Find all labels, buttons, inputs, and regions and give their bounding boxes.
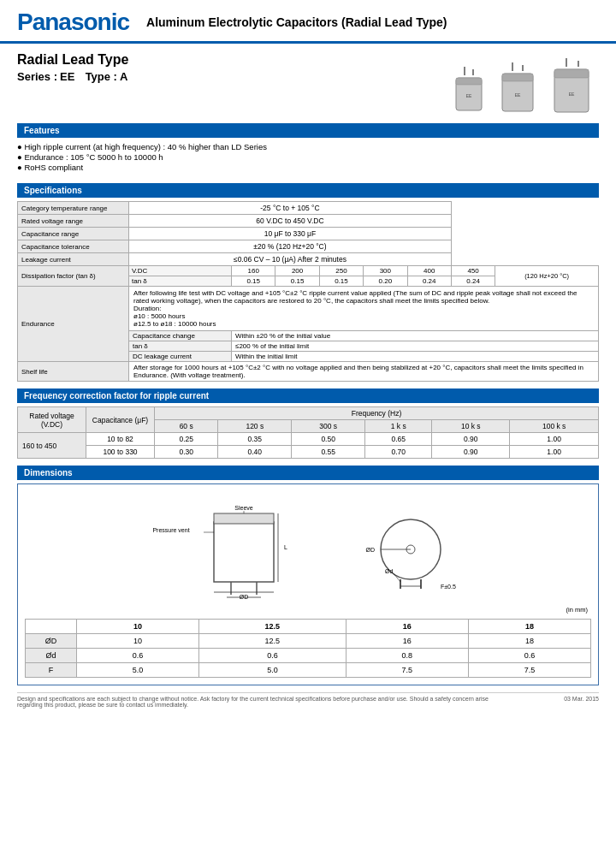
tan-160: 0.15 — [232, 276, 275, 287]
freq-cap-1: 10 to 82 — [86, 433, 155, 446]
capacitor-image-2: EE — [495, 61, 542, 116]
footer: Design and specifications are each subje… — [17, 692, 599, 708]
dim-label-F: F — [26, 663, 77, 678]
spec-value-tol: ±20 % (120 Hz+20 °C) — [129, 240, 452, 253]
dimensions-content: Sleeve Pressure vent ØD L F — [17, 483, 599, 685]
panasonic-logo: Panasonic — [17, 9, 129, 36]
capacitor-images: EE EE EE — [447, 56, 599, 116]
end-dc-value: Within the initial limit — [232, 352, 599, 362]
dim-F-10: 5.0 — [77, 663, 199, 678]
type-value: A — [120, 70, 127, 83]
dissipation-250: 250 — [319, 266, 363, 276]
dissipation-450: 450 — [451, 266, 495, 276]
spec-label-endurance: Endurance — [18, 287, 129, 362]
svg-text:EE: EE — [466, 93, 472, 98]
dim-d-18: 0.6 — [468, 649, 590, 663]
tan-250: 0.15 — [319, 276, 363, 287]
tan-400: 0.24 — [407, 276, 451, 287]
page-title: Aluminum Electrolytic Capacitors (Radial… — [146, 15, 447, 29]
specifications-table: Category temperature range -25 °C to + 1… — [17, 201, 599, 382]
svg-text:EE: EE — [569, 92, 575, 97]
freq-1k: 1 k s — [365, 420, 432, 433]
frequency-table: Rated voltage (V.DC) Capacitance (μF) Fr… — [17, 406, 599, 459]
dim-F-18: 7.5 — [468, 663, 590, 678]
spec-value-temp: -25 °C to + 105 °C — [129, 202, 452, 215]
dim-row-F: F 5.0 5.0 7.5 7.5 — [26, 663, 591, 678]
dissipation-note: (120 Hz+20 °C) — [495, 266, 599, 287]
freq-100k: 100 k s — [510, 420, 599, 433]
dim-col-18: 18 — [468, 620, 590, 634]
freq-val-2-10k: 0.90 — [432, 446, 510, 459]
dim-row-D: ØD 10 12.5 16 18 — [26, 634, 591, 649]
freq-voltage-val: 160 to 450 — [18, 433, 86, 459]
spec-row-tol: Capacitance tolerance ±20 % (120 Hz+20 °… — [18, 240, 599, 253]
end-tan-label: tan δ — [129, 341, 232, 352]
freq-120: 120 s — [218, 420, 292, 433]
dimensions-header: Dimensions — [17, 466, 599, 480]
spec-row-cap: Capacitance range 10 μF to 330 μF — [18, 228, 599, 240]
freq-10k: 10 k s — [432, 420, 510, 433]
freq-val-2-300: 0.55 — [292, 446, 365, 459]
footer-left: Design and specifications are each subje… — [17, 696, 513, 708]
spec-row-endurance: Endurance After following life test with… — [18, 287, 599, 331]
end-tan-value: ≤200 % of the initial limit — [232, 341, 599, 352]
spec-label-tol: Capacitance tolerance — [18, 240, 129, 253]
tan-label: tan δ — [129, 276, 232, 287]
spec-row-dissipation: Dissipation factor (tan δ) V.DC 160 200 … — [18, 266, 599, 276]
spec-row-shelf: Shelf life After storage for 1000 hours … — [18, 362, 599, 382]
freq-val-1-120: 0.35 — [218, 433, 292, 446]
dim-col-16: 16 — [346, 620, 468, 634]
dim-label-d: Ød — [26, 649, 77, 663]
dissipation-vdc-label: V.DC — [129, 266, 232, 276]
type-label: Type : — [86, 70, 117, 83]
series-label: Series : — [17, 70, 57, 83]
header: Panasonic Aluminum Electrolytic Capacito… — [0, 0, 616, 44]
dim-d-125: 0.6 — [199, 649, 346, 663]
endurance-intro: After following life test with DC voltag… — [129, 287, 599, 331]
dimensions-table: 10 12.5 16 18 ØD 10 12.5 16 18 Ød 0.6 0. — [25, 619, 591, 678]
dim-row-d: Ød 0.6 0.6 0.8 0.6 — [26, 649, 591, 663]
specifications-header: Specifications — [17, 183, 599, 198]
dim-D-18: 18 — [468, 634, 590, 649]
capacitor-image-3: EE — [548, 56, 599, 116]
dimension-note: (in mm) — [25, 606, 591, 614]
spec-label-voltage: Rated voltage range — [18, 215, 129, 228]
end-dc-label: DC leakage current — [129, 352, 232, 362]
svg-rect-1 — [456, 78, 482, 85]
svg-text:Pressure vent: Pressure vent — [152, 527, 189, 533]
svg-text:Ød: Ød — [385, 568, 393, 574]
freq-voltage-header: Rated voltage (V.DC) — [18, 407, 86, 433]
feature-2: Endurance : 105 °C 5000 h to 10000 h — [17, 152, 599, 162]
frequency-header: Frequency correction factor for ripple c… — [17, 389, 599, 403]
spec-label-leakage: Leakage current — [18, 253, 129, 266]
dimension-diagram: Sleeve Pressure vent ØD L F — [25, 491, 591, 604]
capacitor-image-1: EE — [447, 65, 490, 116]
dim-col-10: 10 — [77, 620, 199, 634]
feature-3: RoHS compliant — [17, 163, 599, 172]
spec-label-temp: Category temperature range — [18, 202, 129, 215]
freq-header-row: Rated voltage (V.DC) Capacitance (μF) Fr… — [18, 407, 599, 420]
freq-val-1-60: 0.25 — [155, 433, 218, 446]
dim-label-D: ØD — [26, 634, 77, 649]
svg-rect-15 — [214, 522, 274, 582]
end-cap-value: Within ±20 % of the initial value — [232, 331, 599, 341]
tan-450: 0.24 — [451, 276, 495, 287]
freq-val-1-10k: 0.90 — [432, 433, 510, 446]
spec-row-leakage: Leakage current ≤0.06 CV – 10 (μA) After… — [18, 253, 599, 266]
freq-cap-2: 100 to 330 — [86, 446, 155, 459]
feature-1: High ripple current (at high frequency) … — [17, 142, 599, 151]
spec-value-cap: 10 μF to 330 μF — [129, 228, 452, 240]
svg-text:EE: EE — [515, 92, 521, 98]
dissipation-300: 300 — [364, 266, 407, 276]
product-type: Radial Lead Type — [17, 52, 128, 68]
dim-col-125: 12.5 — [199, 620, 346, 634]
freq-val-1-1k: 0.65 — [365, 433, 432, 446]
footer-right: 03 Mar. 2015 — [564, 696, 599, 708]
freq-cap-header: Capacitance (μF) — [86, 407, 155, 433]
freq-val-1-100k: 1.00 — [510, 433, 599, 446]
dissipation-160: 160 — [232, 266, 275, 276]
svg-text:F±0.5: F±0.5 — [441, 584, 456, 590]
freq-val-2-100k: 1.00 — [510, 446, 599, 459]
svg-text:Sleeve: Sleeve — [234, 505, 253, 511]
freq-val-2-1k: 0.70 — [365, 446, 432, 459]
